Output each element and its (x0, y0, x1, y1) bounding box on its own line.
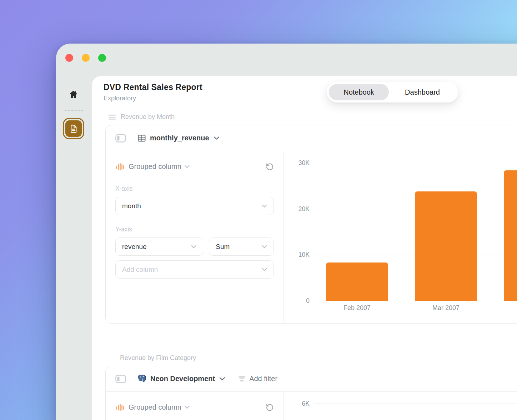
zoom-window-button[interactable] (98, 54, 106, 62)
section-title: Revenue by Month (121, 113, 175, 121)
y-axis-tick: 10K (284, 251, 310, 259)
bar-feb-2007[interactable] (326, 262, 388, 301)
y-axis-aggregate-value: Sum (216, 243, 230, 251)
gridline-30k (314, 163, 517, 163)
tab-notebook[interactable]: Notebook (329, 84, 389, 100)
home-icon (69, 90, 78, 99)
y-axis-column-value: revenue (122, 243, 147, 251)
x-axis-tick: Mar 2007 (415, 304, 477, 312)
grouped-column-chart-icon (115, 402, 125, 412)
revenue-by-film-category-chart: 6K (284, 392, 517, 420)
connection-dropdown[interactable]: Neon Development (137, 374, 225, 384)
collapse-panel-button[interactable] (115, 134, 126, 142)
chevron-down-icon (191, 245, 196, 249)
y-axis-tick: 30K (284, 159, 310, 167)
chart-config-panel: Grouped column (106, 392, 284, 420)
chevron-down-icon (185, 406, 190, 409)
chart-type-label: Grouped column (129, 162, 181, 171)
chart-type-label: Grouped column (129, 403, 181, 411)
app-window: DVD Rental Sales Report Exploratory Note… (56, 44, 517, 420)
add-filter-label: Add filter (249, 375, 277, 383)
card-toolbar: monthly_revenue (106, 125, 517, 151)
page-subtitle: Exploratory (104, 95, 136, 102)
chevron-down-icon (219, 377, 225, 381)
table-icon (137, 134, 146, 142)
sidebar (56, 44, 92, 420)
y-axis-tick: 20K (284, 205, 310, 213)
y-axis-column-select[interactable]: revenue (115, 238, 203, 256)
document-icon (69, 124, 79, 134)
grouped-column-chart-icon (115, 162, 125, 171)
y-axis-tick: 6K (284, 400, 310, 408)
x-axis-select[interactable]: month (115, 197, 274, 215)
y-axis-aggregate-select[interactable]: Sum (209, 238, 274, 256)
x-axis-tick: Feb 2007 (326, 304, 388, 312)
source-table-name: monthly_revenue (150, 134, 209, 142)
reset-chart-button[interactable] (265, 162, 274, 171)
drag-handle-icon[interactable] (108, 114, 116, 120)
source-table-dropdown[interactable]: monthly_revenue (137, 134, 220, 142)
chevron-down-icon (262, 245, 267, 249)
add-column-select[interactable]: Add column (115, 260, 274, 279)
chevron-down-icon (185, 165, 190, 168)
tab-dashboard[interactable]: Dashboard (389, 84, 456, 100)
revenue-by-month-chart: 30K 20K 10K 0 Feb 2007 Mar 2007 (284, 151, 517, 323)
section-title: Revenue by Film Category (120, 354, 196, 362)
bar-apr-2007-partial[interactable] (504, 170, 517, 301)
revenue-by-film-category-card: Neon Development Add filter (105, 366, 517, 420)
y-axis-tick: 0 (284, 297, 310, 305)
sidebar-divider (65, 110, 83, 111)
main-content: DVD Rental Sales Report Exploratory Note… (92, 76, 517, 420)
add-filter-button[interactable]: Add filter (238, 375, 277, 383)
postgresql-icon (137, 374, 146, 384)
collapse-panel-button[interactable] (115, 375, 126, 383)
chart-config-panel: Grouped column X-axis (106, 151, 284, 323)
connection-name: Neon Development (150, 375, 215, 383)
sidebar-item-notebook-active[interactable] (63, 118, 84, 139)
section-header-revenue-by-film-category: Revenue by Film Category (120, 354, 196, 362)
section-header-revenue-by-month: Revenue by Month (108, 113, 175, 121)
chevron-down-icon (214, 136, 220, 140)
view-toggle: Notebook Dashboard (327, 82, 458, 102)
revenue-by-month-card: monthly_revenue (105, 125, 517, 324)
add-column-placeholder: Add column (122, 266, 158, 274)
reset-chart-button[interactable] (265, 403, 274, 412)
x-axis-field-label: X-axis (115, 185, 274, 192)
filter-icon (238, 376, 246, 382)
y-axis-field-label: Y-axis (115, 226, 274, 233)
chart-type-dropdown[interactable]: Grouped column (115, 402, 190, 412)
sidebar-item-home[interactable] (67, 88, 80, 101)
bar-mar-2007[interactable] (415, 191, 477, 301)
desktop-background: { "app": { "accent_orange": "#F58220", "… (0, 0, 517, 420)
gridline-6k (314, 404, 517, 404)
chevron-down-icon (262, 268, 267, 271)
chart-type-dropdown[interactable]: Grouped column (115, 162, 190, 171)
x-axis-value: month (122, 202, 141, 210)
page-title: DVD Rental Sales Report (104, 82, 202, 92)
chevron-down-icon (262, 204, 267, 208)
gridline-0 (314, 301, 517, 301)
card-toolbar: Neon Development Add filter (106, 366, 517, 392)
